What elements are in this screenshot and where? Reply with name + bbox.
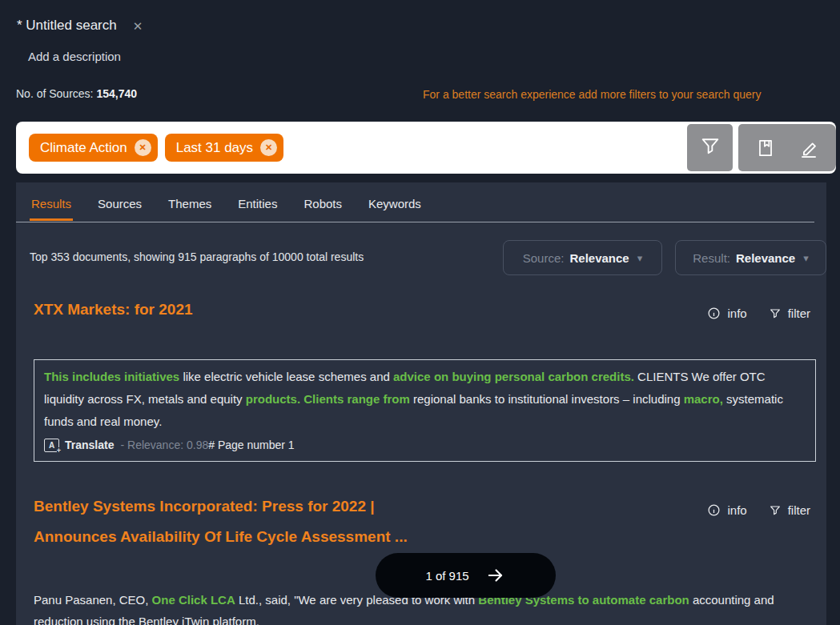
searchbar-action-group	[738, 124, 836, 171]
tab-results[interactable]: Results	[30, 190, 73, 221]
tab-themes[interactable]: Themes	[167, 190, 213, 221]
results-summary: Top 353 documents, showing 915 paragraph…	[30, 250, 364, 263]
paragraph-segment: regional banks to institutional investor…	[410, 392, 684, 406]
paragraph-segment: One Click LCA	[152, 593, 235, 607]
sources-count-row: No. of Sources: 154,740	[16, 87, 137, 100]
result-sort-label: Result:	[693, 251, 730, 265]
source-sort-dropdown[interactable]: Source: Relevance ▾	[503, 240, 662, 275]
info-icon	[707, 503, 721, 517]
relevance-score: - Relevance: 0.98	[120, 439, 208, 451]
funnel-icon	[699, 135, 721, 161]
tab-sources[interactable]: Sources	[96, 190, 143, 221]
query-chip[interactable]: Climate Action✕	[29, 134, 158, 162]
translate-letter: A	[49, 441, 54, 450]
source-sort-value: Relevance	[569, 251, 629, 265]
filter-result-button[interactable]: filter	[769, 503, 810, 517]
tab-divider	[16, 222, 814, 222]
paragraph-segment: Panu Pasanen, CEO,	[34, 593, 152, 607]
paragraph-meta: A + Translate - Relevance: 0.98 # Page n…	[44, 436, 806, 454]
save-search-button[interactable]	[750, 127, 782, 169]
pagination-label: 1 of 915	[425, 569, 468, 583]
info-button[interactable]: info	[707, 306, 746, 320]
pencil-icon	[798, 137, 820, 159]
search-bar[interactable]: Climate Action✕Last 31 days✕	[16, 122, 836, 174]
info-label: info	[727, 503, 746, 517]
query-chips: Climate Action✕Last 31 days✕	[29, 134, 283, 162]
info-icon	[707, 306, 721, 320]
pagination-pill: 1 of 915	[376, 553, 556, 598]
result-sort-value: Relevance	[736, 251, 795, 265]
sources-label: No. of Sources:	[16, 87, 94, 100]
filter-label: filter	[788, 306, 810, 320]
info-button[interactable]: info	[707, 503, 746, 517]
add-description-field[interactable]: Add a description	[28, 50, 121, 63]
arrow-right-icon	[485, 565, 506, 586]
search-app: * Untitled search ✕ Add a description No…	[0, 0, 840, 625]
paragraph-segment: products. Clients range from	[246, 392, 410, 406]
search-title: * Untitled search	[17, 18, 117, 34]
filter-button[interactable]	[687, 124, 733, 171]
funnel-icon	[769, 307, 782, 320]
funnel-icon	[769, 504, 782, 517]
chip-close-icon[interactable]: ✕	[135, 139, 151, 156]
source-sort-label: Source:	[523, 251, 565, 265]
filter-result-button[interactable]: filter	[769, 306, 810, 320]
query-chip-label: Climate Action	[40, 140, 127, 156]
tab-robots[interactable]: Robots	[302, 190, 344, 221]
query-chip-label: Last 31 days	[176, 140, 253, 156]
result-actions: info filter	[707, 306, 810, 320]
tab-entities[interactable]: Entities	[236, 190, 279, 221]
result-title-line: Announces Availability Of Life Cycle Ass…	[34, 522, 408, 552]
info-label: info	[727, 306, 746, 320]
search-title-row: * Untitled search ✕	[17, 18, 143, 34]
translate-button[interactable]: Translate	[65, 439, 114, 451]
paragraph-segment: like electric vehicle lease schemes and	[179, 370, 393, 383]
translate-icon: A +	[44, 439, 59, 452]
close-icon[interactable]: ✕	[133, 20, 143, 32]
filter-label: filter	[788, 503, 810, 517]
paragraph-segment: This includes initiatives	[44, 370, 179, 383]
next-page-button[interactable]	[485, 565, 506, 586]
chip-close-icon[interactable]: ✕	[260, 139, 277, 156]
paragraph-segment: macro,	[684, 392, 723, 406]
result-sort-dropdown[interactable]: Result: Relevance ▾	[675, 240, 826, 275]
bookmark-icon	[755, 137, 776, 159]
sources-count: 154,740	[96, 87, 137, 100]
edit-search-button[interactable]	[793, 127, 825, 169]
result-paragraph: This includes initiatives like electric …	[44, 366, 806, 433]
translate-plus: +	[57, 447, 61, 455]
result-paragraph-box[interactable]: This includes initiatives like electric …	[34, 359, 816, 462]
chevron-down-icon: ▾	[803, 252, 809, 264]
result-title-line: Bentley Systems Incorporated: Press for …	[34, 491, 408, 522]
query-chip[interactable]: Last 31 days✕	[165, 134, 283, 162]
result-actions: info filter	[707, 503, 810, 517]
result-title[interactable]: Bentley Systems Incorporated: Press for …	[34, 491, 408, 552]
paragraph-segment: advice on buying personal carbon credits…	[393, 370, 634, 383]
page-number: # Page number 1	[208, 439, 294, 451]
chevron-down-icon: ▾	[637, 252, 643, 264]
tab-keywords[interactable]: Keywords	[367, 190, 423, 221]
filter-hint-text: For a better search experience add more …	[423, 88, 762, 101]
result-title[interactable]: XTX Markets: for 2021	[34, 294, 193, 325]
tab-bar: ResultsSourcesThemesEntitiesRobotsKeywor…	[30, 190, 423, 221]
